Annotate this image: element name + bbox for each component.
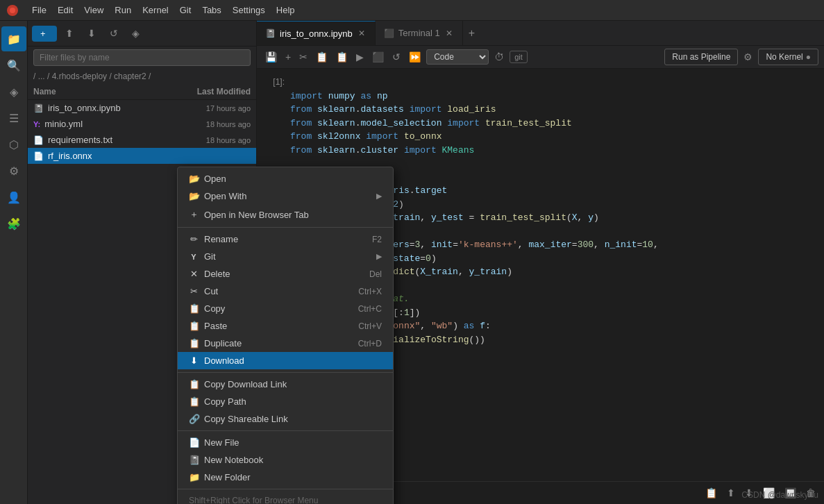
ctx-download[interactable]: ⬇Download	[178, 352, 393, 369]
copy-share-icon: 🔗	[189, 414, 199, 424]
kernel-dot-icon: ●	[806, 52, 811, 62]
cut-cell-button[interactable]: ✂	[296, 49, 310, 65]
tab-notebook-label: iris_to_onnx.ipynb	[280, 28, 353, 39]
ctx-new-file[interactable]: 📄New File	[178, 434, 393, 451]
ctx-copy-shareable[interactable]: 🔗Copy Shareable Link	[178, 410, 393, 428]
ctx-copy-path[interactable]: 📋Copy Path	[178, 393, 393, 410]
file-time-notebook: 17 hours ago	[206, 104, 251, 112]
rename-shortcut: F2	[372, 235, 382, 244]
sidebar-item-settings[interactable]: ⚙	[1, 158, 26, 183]
sidebar-item-files[interactable]: 📁	[1, 26, 26, 51]
ctx-sep-2	[178, 372, 393, 373]
tab-notebook[interactable]: 📓 iris_to_onnx.ipynb ✕	[257, 21, 376, 45]
ctx-new-notebook[interactable]: 📓New Notebook	[178, 451, 393, 469]
search-bar	[28, 47, 256, 69]
menu-run[interactable]: Run	[109, 3, 137, 17]
no-kernel-button[interactable]: No Kernel ●	[758, 49, 818, 65]
stop-kernel-button[interactable]: ⬛	[369, 49, 387, 65]
sidebar-item-search[interactable]: 🔍	[1, 53, 26, 78]
txt-file-icon: 📄	[33, 135, 44, 145]
tab-terminal[interactable]: ⬛ Terminal 1 ✕	[376, 21, 463, 45]
file-item-txt[interactable]: 📄 requirements.txt 18 hours ago	[28, 132, 256, 148]
scroll-up-button[interactable]: ⬆	[724, 485, 738, 501]
save-button[interactable]: 💾	[262, 49, 280, 65]
ctx-git[interactable]: YGit ▶	[178, 248, 393, 265]
ctx-cut[interactable]: ✂Cut Ctrl+X	[178, 283, 393, 300]
menu-tabs[interactable]: Tabs	[196, 3, 226, 17]
menu-help[interactable]: Help	[271, 3, 301, 17]
new-notebook-icon: 📓	[189, 455, 199, 465]
tab-terminal-close[interactable]: ✕	[444, 27, 454, 40]
git-nb-button[interactable]: git	[510, 51, 528, 63]
file-time-yaml: 18 hours ago	[206, 120, 251, 128]
rename-icon: ✏	[189, 234, 199, 244]
ctx-duplicate[interactable]: 📋Duplicate Ctrl+D	[178, 335, 393, 352]
run-pipeline-button[interactable]: Run as Pipeline	[664, 49, 738, 65]
tab-notebook-close[interactable]: ✕	[357, 27, 367, 40]
menu-edit[interactable]: Edit	[52, 3, 78, 17]
col-name: Name	[33, 87, 56, 96]
ctx-copy[interactable]: 📋Copy Ctrl+C	[178, 300, 393, 317]
file-item-onnx[interactable]: 📄 rf_iris.onnx	[28, 148, 256, 164]
file-name-yaml: minio.yml	[44, 119, 83, 129]
open-browser-icon: ＋	[189, 208, 199, 221]
run-cell-button[interactable]: ▶	[353, 49, 367, 65]
ctx-open-browser[interactable]: ＋Open in New Browser Tab	[178, 205, 393, 224]
new-file-icon: 📄	[189, 437, 199, 448]
menu-kernel[interactable]: Kernel	[137, 3, 174, 17]
copy-cell-button[interactable]: 📋	[313, 49, 330, 65]
tab-bar: 📓 iris_to_onnx.ipynb ✕ ⬛ Terminal 1 ✕ +	[257, 21, 824, 46]
copy-output-button[interactable]: 📋	[703, 485, 720, 501]
restart-kernel-button[interactable]: ↺	[389, 49, 403, 65]
file-item-notebook[interactable]: 📓 iris_to_onnx.ipynb 17 hours ago	[28, 100, 256, 116]
ctx-open-with[interactable]: 📂Open With ▶	[178, 187, 393, 205]
sidebar-item-puzzle[interactable]: 🧩	[1, 211, 26, 236]
file-time-txt: 18 hours ago	[206, 136, 251, 144]
gear-icon[interactable]: ⚙	[741, 49, 755, 65]
menu-git[interactable]: Git	[174, 3, 197, 17]
sidebar-item-users[interactable]: 👤	[1, 185, 26, 210]
git-arrow: ▶	[376, 252, 382, 261]
file-list-header: Name Last Modified	[28, 84, 256, 100]
download-icon: ⬇	[189, 355, 199, 366]
ctx-open[interactable]: 📂Open	[178, 170, 393, 187]
onnx-file-icon: 📄	[33, 151, 44, 161]
copy-path-icon: 📋	[189, 396, 199, 407]
file-name-notebook: iris_to_onnx.ipynb	[48, 103, 121, 113]
paste-cell-button[interactable]: 📋	[333, 49, 351, 65]
file-name-onnx: rf_iris.onnx	[48, 151, 92, 161]
ctx-sep-1	[178, 227, 393, 228]
tab-add-button[interactable]: +	[463, 27, 480, 40]
ctx-paste[interactable]: 📋Paste Ctrl+V	[178, 317, 393, 335]
cell-type-select[interactable]: Code Markdown Raw	[426, 49, 489, 65]
ctx-delete[interactable]: ✕Delete Del	[178, 265, 393, 283]
menu-settings[interactable]: Settings	[227, 3, 271, 17]
fast-forward-button[interactable]: ⏩	[406, 49, 423, 65]
clock-button[interactable]: ⏱	[491, 49, 507, 65]
new-folder-icon: 📁	[189, 472, 199, 482]
context-menu: 📂Open 📂Open With ▶ ＋Open in New Browser …	[177, 167, 394, 504]
ctx-browser-hint: Shift+Right Click for Browser Menu	[178, 492, 393, 504]
sidebar-item-menu[interactable]: ☰	[1, 106, 26, 131]
paste-icon: 📋	[189, 321, 199, 331]
notebook-file-icon: 📓	[33, 103, 44, 113]
open-with-arrow: ▶	[376, 192, 382, 201]
sidebar-item-extensions[interactable]: ⬡	[1, 132, 26, 157]
sidebar-item-git[interactable]: ◈	[1, 79, 26, 104]
upload-button[interactable]: ⬆	[60, 24, 79, 43]
git-toolbar-button[interactable]: ◈	[126, 24, 146, 43]
add-cell-button[interactable]: +	[283, 49, 294, 65]
menu-view[interactable]: View	[78, 3, 109, 17]
new-button[interactable]: +	[32, 26, 57, 42]
open-with-icon: 📂	[189, 191, 199, 201]
ctx-rename[interactable]: ✏Rename F2	[178, 230, 393, 248]
file-item-yaml[interactable]: Y: minio.yml 18 hours ago	[28, 116, 256, 132]
search-input[interactable]	[33, 49, 251, 66]
ctx-sep-4	[178, 489, 393, 489]
ctx-new-folder[interactable]: 📁New Folder	[178, 469, 393, 486]
menu-file[interactable]: File	[26, 3, 52, 17]
icon-sidebar: 📁 🔍 ◈ ☰ ⬡ ⚙ 👤 🧩	[0, 21, 28, 504]
ctx-copy-download-link[interactable]: 📋Copy Download Link	[178, 376, 393, 393]
download-toolbar-button[interactable]: ⬇	[82, 24, 101, 43]
refresh-button[interactable]: ↺	[104, 24, 124, 43]
